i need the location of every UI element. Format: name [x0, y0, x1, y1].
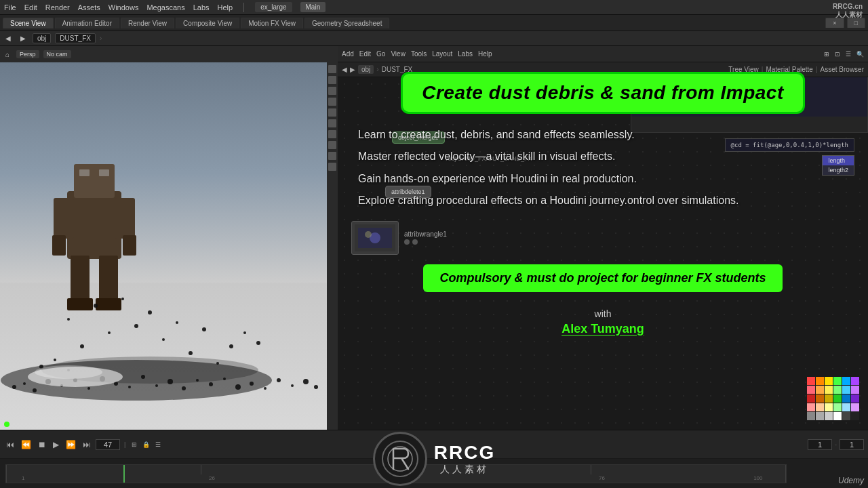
- color-swatch[interactable]: [816, 412, 824, 420]
- color-swatch[interactable]: [825, 386, 833, 394]
- viewport-panel: ⌂ Persp No cam: [0, 46, 338, 430]
- side-btn-10[interactable]: [328, 163, 336, 171]
- bottom-banner-text: Compulsory & must do project for beginne…: [439, 271, 766, 285]
- color-swatch[interactable]: [851, 412, 859, 420]
- svg-point-29: [209, 382, 213, 386]
- bullet-list: Learn to create dust, debris, and sand e…: [351, 127, 738, 209]
- tab-main[interactable]: Main: [300, 2, 326, 12]
- color-swatch[interactable]: [842, 386, 850, 394]
- menu-labs[interactable]: Labs: [193, 3, 210, 12]
- menu-render[interactable]: Render: [45, 3, 70, 12]
- color-swatch[interactable]: [833, 386, 842, 394]
- dust-fx-label[interactable]: DUST_FX: [55, 33, 96, 43]
- svg-point-33: [264, 387, 267, 390]
- svg-point-30: [223, 378, 226, 380]
- color-swatch[interactable]: [851, 394, 859, 403]
- color-swatch[interactable]: [825, 377, 833, 385]
- svg-rect-9: [123, 235, 136, 256]
- color-swatch[interactable]: [833, 412, 842, 420]
- viewport-side-toolbar: [327, 62, 338, 430]
- color-swatch[interactable]: [842, 394, 850, 403]
- color-swatch[interactable]: [842, 412, 850, 420]
- color-swatch[interactable]: [816, 394, 824, 403]
- color-swatch[interactable]: [833, 394, 842, 403]
- color-palette: [807, 377, 861, 420]
- tab-render-view[interactable]: Render View: [121, 18, 174, 28]
- node-thumb-svg: [355, 224, 395, 251]
- color-swatch[interactable]: [842, 377, 850, 385]
- color-swatch[interactable]: [825, 403, 833, 411]
- frame-input[interactable]: [96, 439, 120, 450]
- color-swatch[interactable]: [807, 377, 815, 385]
- color-swatch[interactable]: [825, 394, 833, 403]
- color-swatch[interactable]: [842, 403, 850, 411]
- frame-menu[interactable]: ☰: [153, 440, 163, 449]
- frame-snap[interactable]: ⊞: [130, 440, 139, 449]
- color-swatch[interactable]: [833, 403, 842, 411]
- color-swatch[interactable]: [807, 412, 815, 420]
- frame-lock[interactable]: 🔒: [140, 440, 152, 449]
- menu-edit[interactable]: Edit: [24, 3, 37, 12]
- side-btn-3[interactable]: [328, 87, 336, 95]
- svg-rect-0: [67, 191, 121, 259]
- timeline-track[interactable]: 1 26 51 76 100: [0, 459, 868, 488]
- menu-windows[interactable]: Windows: [108, 3, 139, 12]
- color-swatch[interactable]: [816, 377, 824, 385]
- side-btn-5[interactable]: [328, 108, 336, 117]
- color-swatch[interactable]: [833, 377, 842, 385]
- viewport-home[interactable]: ⌂: [3, 50, 12, 59]
- toolbar-row: ◀ ▶ obj DUST_FX ›: [0, 31, 868, 46]
- color-swatch[interactable]: [825, 412, 833, 420]
- svg-point-35: [291, 384, 294, 387]
- tab-animation-editor[interactable]: Animation Editor: [55, 18, 119, 28]
- side-btn-9[interactable]: [328, 152, 336, 160]
- svg-point-37: [314, 385, 318, 389]
- menu-assets[interactable]: Assets: [78, 3, 100, 12]
- menu-megascans[interactable]: Megascans: [146, 3, 184, 12]
- start-frame[interactable]: [808, 439, 832, 450]
- color-swatch[interactable]: [851, 386, 859, 394]
- timeline-play[interactable]: ▶: [51, 439, 61, 451]
- side-btn-4[interactable]: [328, 98, 336, 106]
- viewport-3d[interactable]: [0, 62, 327, 430]
- side-btn-2[interactable]: [328, 76, 336, 84]
- side-btn-6[interactable]: [328, 119, 336, 127]
- svg-point-48: [176, 321, 178, 324]
- timeline-goto-start[interactable]: ⏮: [4, 439, 16, 451]
- tab-ex-large[interactable]: ex_large: [255, 2, 292, 12]
- color-swatch[interactable]: [851, 403, 859, 411]
- tab-motion-fx[interactable]: Motion FX View: [241, 18, 303, 28]
- timeline-ruler[interactable]: 1 26 51 76 100: [5, 464, 787, 483]
- color-swatch[interactable]: [807, 386, 815, 394]
- side-btn-7[interactable]: [328, 130, 336, 138]
- tab-geometry-spreadsheet[interactable]: Geometry Spreadsheet: [304, 18, 389, 28]
- timeline-stop[interactable]: ⏹: [36, 439, 48, 451]
- svg-point-54: [243, 331, 246, 334]
- color-swatch[interactable]: [851, 377, 859, 385]
- toolbar-back[interactable]: ◀: [3, 34, 14, 43]
- end-frame[interactable]: [840, 439, 864, 450]
- viewport-no-cam[interactable]: No cam: [43, 50, 71, 58]
- viewport-cam-btn[interactable]: Persp: [16, 50, 39, 58]
- color-swatch[interactable]: [816, 386, 824, 394]
- color-swatch[interactable]: [807, 403, 815, 411]
- bullet-2: Gain hands-on experience with Houdini in…: [358, 171, 738, 186]
- svg-point-61: [365, 231, 372, 238]
- svg-rect-11: [99, 169, 109, 176]
- timeline-back[interactable]: ⏪: [19, 439, 33, 451]
- side-btn-8[interactable]: [328, 141, 336, 149]
- tab-composite-view[interactable]: Composite View: [176, 18, 239, 28]
- menu-help[interactable]: Help: [218, 3, 233, 12]
- headline-box: Create dust debris & sand from Impact: [401, 72, 805, 114]
- node-thumb-img: [351, 221, 399, 255]
- color-swatch[interactable]: [816, 403, 824, 411]
- tab-scene-view[interactable]: Scene View: [3, 18, 54, 28]
- timeline-goto-end[interactable]: ⏭: [81, 439, 93, 451]
- svg-text:1: 1: [22, 475, 25, 481]
- svg-point-45: [94, 304, 98, 308]
- side-btn-1[interactable]: [328, 65, 336, 73]
- toolbar-fwd[interactable]: ▶: [18, 34, 28, 43]
- menu-file[interactable]: File: [4, 3, 16, 12]
- color-swatch[interactable]: [807, 394, 815, 403]
- timeline-fwd[interactable]: ⏩: [64, 439, 78, 451]
